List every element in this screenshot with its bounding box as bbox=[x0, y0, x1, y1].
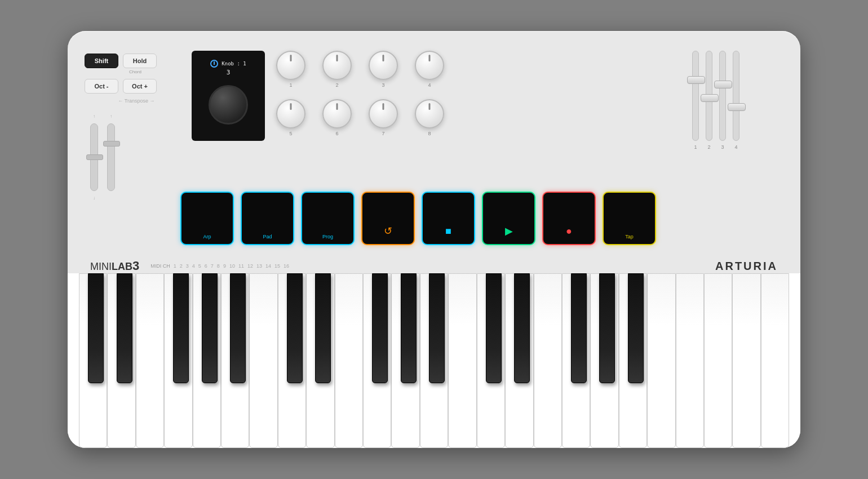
knob-6-label: 6 bbox=[335, 131, 338, 136]
knob-5[interactable] bbox=[276, 99, 305, 128]
midi-ch-12[interactable]: 12 bbox=[247, 263, 253, 269]
device-name-mini: MINI bbox=[90, 261, 112, 272]
pad-play[interactable]: ▶ bbox=[482, 192, 535, 245]
octave-row: Oct - Oct + bbox=[85, 79, 186, 94]
fader-track-4[interactable] bbox=[733, 51, 739, 141]
minilab3-device: Shift Hold Chord Oct - Oct + ← Transpose… bbox=[68, 31, 800, 448]
mod-wheel-slider[interactable]: ↑ bbox=[107, 114, 115, 201]
fader-track-2[interactable] bbox=[706, 51, 712, 141]
fader-track-1[interactable] bbox=[692, 51, 699, 141]
black-key-0-4.6[interactable] bbox=[202, 273, 218, 383]
midi-channel-section: MIDI CH 1 2 3 4 5 6 7 8 9 10 11 12 13 14… bbox=[150, 263, 715, 269]
white-key-c4[interactable] bbox=[676, 273, 704, 448]
midi-ch-3[interactable]: 3 bbox=[186, 263, 189, 269]
pad-arp-label: Arp bbox=[203, 234, 211, 239]
knob-8[interactable] bbox=[415, 99, 444, 128]
oct-minus-button[interactable]: Oct - bbox=[85, 79, 118, 94]
midi-ch-6[interactable]: 6 bbox=[205, 263, 207, 269]
pad-prog[interactable]: Prog bbox=[301, 192, 355, 245]
fader-unit-2: 2 bbox=[706, 51, 712, 150]
black-key-0-5.6[interactable] bbox=[230, 273, 246, 383]
fader-unit-4: 4 bbox=[733, 51, 739, 150]
knob-3[interactable] bbox=[369, 51, 398, 80]
midi-ch-4[interactable]: 4 bbox=[192, 263, 195, 269]
oct-plus-button[interactable]: Oct + bbox=[123, 79, 157, 94]
black-key-2-1.6[interactable] bbox=[514, 273, 530, 383]
midi-ch-label: MIDI CH bbox=[150, 263, 170, 269]
black-key-2-5.6[interactable] bbox=[628, 273, 644, 383]
black-key-1-1.6[interactable] bbox=[315, 273, 331, 383]
fader-thumb-3[interactable] bbox=[714, 81, 732, 88]
fader-thumb-4[interactable] bbox=[728, 103, 746, 111]
white-key-b2[interactable] bbox=[448, 273, 476, 448]
pad-tap[interactable]: Tap bbox=[603, 192, 656, 245]
fader-3-label: 3 bbox=[721, 144, 724, 150]
knob-5-label: 5 bbox=[289, 131, 292, 136]
knob-2[interactable] bbox=[322, 51, 352, 80]
white-key-e2[interactable] bbox=[335, 273, 363, 448]
midi-ch-2[interactable]: 2 bbox=[180, 263, 183, 269]
midi-ch-10[interactable]: 10 bbox=[229, 263, 235, 269]
midi-ch-1[interactable]: 1 bbox=[174, 263, 176, 269]
display-content: Knob : 1 bbox=[210, 60, 246, 68]
midi-ch-9[interactable]: 9 bbox=[223, 263, 226, 269]
fader-thumb-2[interactable] bbox=[701, 94, 719, 102]
black-key-2-0.6[interactable] bbox=[486, 273, 502, 383]
midi-ch-15[interactable]: 15 bbox=[274, 263, 280, 269]
black-key-1-0.6[interactable] bbox=[287, 273, 303, 383]
display-screen: Knob : 1 3 bbox=[192, 51, 265, 141]
midi-ch-7[interactable]: 7 bbox=[211, 263, 214, 269]
knob-unit-8: 8 bbox=[415, 99, 444, 136]
knob-4-label: 4 bbox=[428, 82, 431, 88]
pitch-bend-slider[interactable]: ↑ ↓ bbox=[90, 114, 98, 201]
white-key-b3[interactable] bbox=[647, 273, 675, 448]
knob-7[interactable] bbox=[369, 99, 398, 128]
midi-ch-14[interactable]: 14 bbox=[265, 263, 271, 269]
white-key-d4[interactable] bbox=[704, 273, 732, 448]
knob-3-label: 3 bbox=[382, 82, 384, 88]
white-key-f4[interactable] bbox=[761, 273, 789, 448]
pad-arp[interactable]: Arp bbox=[180, 192, 234, 245]
knob-6[interactable] bbox=[322, 99, 352, 128]
midi-ch-16[interactable]: 16 bbox=[284, 263, 289, 269]
keyboard bbox=[79, 273, 789, 448]
pitch-mod-section: ↑ ↓ ↑ bbox=[85, 114, 186, 201]
black-key-0-0.6[interactable] bbox=[88, 273, 104, 383]
midi-ch-8[interactable]: 8 bbox=[217, 263, 220, 269]
brand-name: ARTURIA bbox=[715, 260, 778, 273]
black-key-1-4.6[interactable] bbox=[401, 273, 417, 383]
white-key-e4[interactable] bbox=[732, 273, 760, 448]
black-key-2-4.6[interactable] bbox=[599, 273, 615, 383]
fader-track-3[interactable] bbox=[719, 51, 726, 141]
black-key-1-5.6[interactable] bbox=[429, 273, 445, 383]
black-key-2-3.6[interactable] bbox=[571, 273, 587, 383]
black-key-0-1.6[interactable] bbox=[117, 273, 132, 383]
fader-thumb-1[interactable] bbox=[687, 76, 705, 84]
knob-4[interactable] bbox=[415, 51, 444, 80]
device-name-num: 3 bbox=[132, 259, 139, 273]
knob-8-label: 8 bbox=[428, 131, 431, 136]
chord-label: Chord bbox=[85, 69, 186, 74]
knob-2-label: 2 bbox=[335, 82, 338, 88]
white-key-e1[interactable] bbox=[136, 273, 164, 448]
black-key-0-3.6[interactable] bbox=[173, 273, 189, 383]
midi-channel-numbers: 1 2 3 4 5 6 7 8 9 10 11 12 13 14 15 16 bbox=[174, 263, 289, 269]
pad-stop[interactable]: ■ bbox=[422, 192, 475, 245]
midi-ch-11[interactable]: 11 bbox=[238, 263, 244, 269]
fader-4-label: 4 bbox=[734, 144, 737, 150]
pad-pad[interactable]: Pad bbox=[241, 192, 294, 245]
pad-prog-label: Prog bbox=[322, 234, 333, 239]
black-key-1-3.6[interactable] bbox=[372, 273, 388, 383]
hold-button[interactable]: Hold bbox=[123, 54, 157, 68]
midi-ch-5[interactable]: 5 bbox=[198, 263, 201, 269]
midi-ch-13[interactable]: 13 bbox=[256, 263, 262, 269]
faders-section: 1 2 3 4 bbox=[654, 48, 778, 268]
pad-loop[interactable]: ↺ bbox=[361, 192, 415, 245]
device-name: MINILAB3 bbox=[90, 259, 139, 273]
knob-1[interactable] bbox=[276, 51, 305, 80]
navigation-knob[interactable] bbox=[209, 85, 248, 125]
white-key-e3[interactable] bbox=[534, 273, 562, 448]
white-key-b1[interactable] bbox=[249, 273, 277, 448]
pad-record[interactable]: ● bbox=[542, 192, 596, 245]
shift-button[interactable]: Shift bbox=[85, 54, 118, 68]
